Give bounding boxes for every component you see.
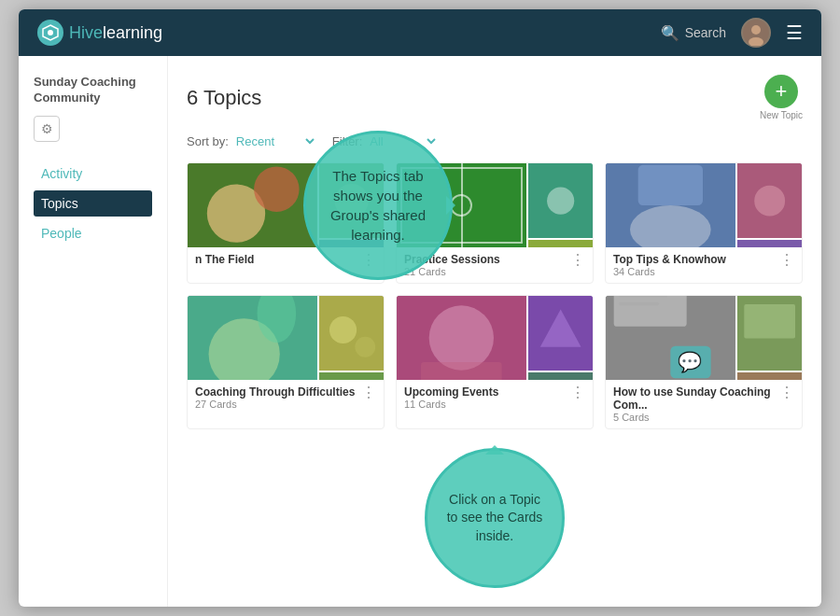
community-name: Sunday Coaching Community bbox=[34, 75, 152, 106]
nav-items: Activity Topics People bbox=[34, 161, 152, 246]
thumb-main-6: 💬 bbox=[606, 296, 735, 380]
browser-window: Hivelearning 🔍 Search ☰ Sunday Coaching … bbox=[19, 9, 821, 607]
thumb-main-3 bbox=[606, 163, 735, 247]
main-content: Sunday Coaching Community ⚙ Activity Top… bbox=[19, 56, 821, 607]
new-topic-button[interactable]: + New Topic bbox=[760, 75, 803, 120]
topic-card-6[interactable]: 💬 bbox=[605, 295, 803, 429]
topic-name-6: How to use Sunday Coaching Com... bbox=[613, 385, 779, 412]
svg-rect-22 bbox=[737, 240, 802, 247]
search-icon: 🔍 bbox=[661, 24, 679, 42]
svg-rect-47 bbox=[744, 304, 795, 338]
topic-cards-6: 5 Cards bbox=[613, 412, 779, 423]
svg-point-13 bbox=[547, 188, 574, 215]
filters-row: Sort by: Recent Alphabetical Filter: All… bbox=[187, 133, 803, 149]
topic-info-4: Coaching Through Difficulties 27 Cards ⋮ bbox=[188, 380, 384, 415]
svg-rect-48 bbox=[737, 372, 802, 380]
tooltip-bubble-2: Click on a Topic to see the Cards inside… bbox=[425, 448, 565, 588]
hamburger-icon[interactable]: ☰ bbox=[786, 21, 803, 44]
settings-icon: ⚙ bbox=[41, 121, 53, 136]
thumb-side-3a bbox=[737, 163, 802, 238]
topic-info-6: How to use Sunday Coaching Com... 5 Card… bbox=[606, 380, 802, 428]
topic-cards-4: 27 Cards bbox=[195, 399, 355, 410]
sort-group: Sort by: Recent Alphabetical bbox=[187, 133, 317, 149]
svg-rect-14 bbox=[528, 240, 593, 247]
svg-point-29 bbox=[355, 337, 375, 357]
tooltip-bubble-1: The Topics tab shows you the Group's sha… bbox=[303, 131, 453, 280]
topic-cards-5: 11 Cards bbox=[404, 399, 498, 410]
svg-rect-40 bbox=[614, 296, 687, 327]
sidebar-item-people[interactable]: People bbox=[34, 220, 152, 246]
svg-point-1 bbox=[48, 30, 53, 35]
svg-rect-37 bbox=[528, 372, 593, 380]
sidebar-item-topics[interactable]: Topics bbox=[34, 190, 152, 217]
topic-card-4[interactable]: Coaching Through Difficulties 27 Cards ⋮ bbox=[187, 295, 385, 429]
topic-more-5[interactable]: ⋮ bbox=[570, 385, 585, 400]
topic-name-1: n The Field bbox=[195, 253, 254, 266]
svg-rect-19 bbox=[638, 165, 703, 205]
thumb-side-2b bbox=[528, 240, 593, 247]
svg-text:💬: 💬 bbox=[678, 350, 702, 374]
topic-name-3: Top Tips & Knowhow bbox=[613, 253, 726, 266]
thumb-side-4b bbox=[319, 372, 384, 380]
thumb-side-4a bbox=[319, 296, 384, 371]
svg-rect-42 bbox=[619, 296, 667, 298]
sort-select[interactable]: Recent Alphabetical bbox=[232, 133, 317, 149]
topic-more-3[interactable]: ⋮ bbox=[779, 253, 794, 268]
svg-point-28 bbox=[329, 316, 357, 343]
svg-point-3 bbox=[751, 25, 761, 35]
page-title: 6 Topics bbox=[187, 86, 261, 110]
topic-name-4: Coaching Through Difficulties bbox=[195, 385, 355, 399]
thumb-side-2a bbox=[528, 163, 593, 238]
svg-rect-43 bbox=[619, 302, 659, 305]
new-topic-icon: + bbox=[764, 75, 798, 108]
new-topic-label: New Topic bbox=[760, 110, 803, 120]
sort-label: Sort by: bbox=[187, 134, 229, 148]
logo-text: Hivelearning bbox=[69, 23, 162, 43]
topic-more-4[interactable]: ⋮ bbox=[361, 385, 376, 400]
sidebar-item-activity[interactable]: Activity bbox=[34, 161, 152, 187]
avatar[interactable] bbox=[741, 18, 771, 48]
svg-point-7 bbox=[254, 166, 300, 212]
topics-grid: n The Field ⋮ bbox=[187, 162, 803, 429]
svg-point-33 bbox=[429, 305, 494, 370]
thumb-main-5 bbox=[397, 296, 526, 380]
nav-logo: Hivelearning bbox=[37, 20, 162, 46]
thumb-side-5a bbox=[528, 296, 593, 371]
topic-more-2[interactable]: ⋮ bbox=[570, 253, 585, 268]
svg-point-21 bbox=[754, 186, 785, 217]
top-nav: Hivelearning 🔍 Search ☰ bbox=[19, 9, 821, 56]
topic-name-5: Upcoming Events bbox=[404, 385, 498, 399]
search-label: Search bbox=[685, 25, 726, 40]
svg-rect-34 bbox=[421, 362, 502, 380]
logo-icon bbox=[37, 20, 63, 46]
svg-rect-30 bbox=[319, 372, 384, 380]
search-button[interactable]: 🔍 Search bbox=[661, 24, 726, 42]
thumb-side-3b bbox=[737, 240, 802, 247]
topic-cards-3: 34 Cards bbox=[613, 266, 726, 277]
thumb-main-1 bbox=[188, 163, 317, 247]
nav-right: 🔍 Search ☰ bbox=[661, 18, 803, 48]
topic-info-3: Top Tips & Knowhow 34 Cards ⋮ bbox=[606, 247, 802, 283]
topic-more-6[interactable]: ⋮ bbox=[779, 385, 794, 400]
topic-info-5: Upcoming Events 11 Cards ⋮ bbox=[397, 380, 593, 415]
thumb-main-4 bbox=[188, 296, 317, 380]
sidebar: Sunday Coaching Community ⚙ Activity Top… bbox=[19, 56, 168, 607]
thumb-side-6a bbox=[737, 296, 802, 371]
topic-card-3[interactable]: Top Tips & Knowhow 34 Cards ⋮ bbox=[605, 162, 803, 284]
page-header: 6 Topics + New Topic bbox=[187, 75, 803, 120]
thumb-side-5b bbox=[528, 372, 593, 380]
page-area: 6 Topics + New Topic Sort by: Recent Alp… bbox=[168, 56, 821, 607]
settings-button[interactable]: ⚙ bbox=[34, 116, 60, 142]
thumb-side-6b bbox=[737, 372, 802, 380]
topic-card-5[interactable]: Upcoming Events 11 Cards ⋮ bbox=[396, 295, 594, 429]
